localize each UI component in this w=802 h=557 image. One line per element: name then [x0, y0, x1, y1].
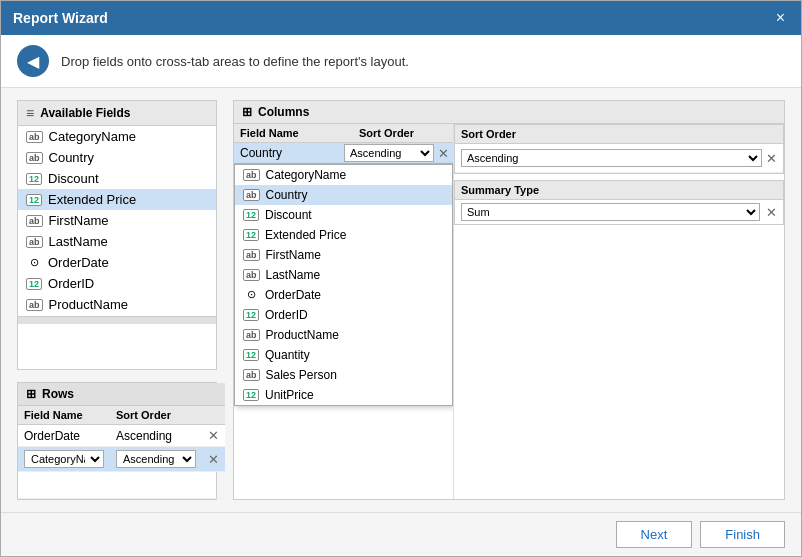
rows-col-field: Field Name — [18, 406, 110, 425]
footer: Next Finish — [1, 512, 801, 556]
dropdown-item[interactable]: ab Country — [235, 185, 452, 205]
type-icon-ab: ab — [243, 189, 260, 201]
type-icon-ab: ab — [26, 152, 43, 164]
summary-type-row: Sum Count Average Min Max ✕ — [455, 200, 783, 224]
field-name: Discount — [48, 171, 99, 186]
type-icon-ab: ab — [243, 169, 260, 181]
type-icon-ab: ab — [26, 215, 43, 227]
dropdown-item[interactable]: ab LastName — [235, 265, 452, 285]
close-button[interactable]: × — [772, 9, 789, 27]
field-name: LastName — [49, 234, 108, 249]
back-button[interactable]: ◀ — [17, 45, 49, 77]
type-icon-clock: ⊙ — [26, 256, 42, 270]
available-fields-label: Available Fields — [40, 106, 130, 120]
list-item[interactable]: 12 Extended Price — [18, 189, 216, 210]
rows-label: Rows — [42, 387, 74, 401]
sort-remove-button[interactable]: ✕ — [766, 151, 777, 166]
rows-field-name: OrderDate — [18, 425, 110, 447]
rows-col-sort: Sort Order — [110, 406, 202, 425]
list-item[interactable]: ⊙ OrderDate — [18, 252, 216, 273]
dropdown-field-name: OrderDate — [265, 288, 321, 302]
field-name: FirstName — [49, 213, 109, 228]
col-header-sort: Sort Order — [353, 124, 453, 142]
list-item[interactable]: ab ProductName — [18, 294, 216, 315]
scrollbar[interactable] — [18, 316, 216, 324]
dropdown-field-name: LastName — [266, 268, 321, 282]
type-icon-12: 12 — [243, 309, 259, 321]
columns-table-header: Field Name Sort Order — [234, 124, 453, 143]
next-button[interactable]: Next — [616, 521, 693, 548]
rows-field-select[interactable]: CategoryName — [24, 450, 104, 468]
dropdown-field-name: FirstName — [266, 248, 321, 262]
type-icon-12: 12 — [243, 389, 259, 401]
list-item[interactable]: 12 OrderID — [18, 273, 216, 294]
summary-type-header: Summary Type — [455, 181, 783, 200]
dropdown-item[interactable]: ab ProductName — [235, 325, 452, 345]
sort-order-block-header: Sort Order — [455, 125, 783, 144]
dropdown-field-name: Country — [266, 188, 308, 202]
columns-icon: ⊞ — [242, 105, 252, 119]
type-icon-ab: ab — [26, 299, 43, 311]
rows-col-action — [202, 406, 225, 425]
field-name: Extended Price — [48, 192, 136, 207]
dropdown-item[interactable]: ab FirstName — [235, 245, 452, 265]
columns-field-area: Field Name Sort Order Country Ascending … — [234, 124, 454, 499]
list-item[interactable]: 12 Discount — [18, 168, 216, 189]
type-icon-ab: ab — [26, 236, 43, 248]
columns-remove-button[interactable]: ✕ — [434, 144, 453, 163]
type-icon-ab: ab — [26, 131, 43, 143]
rows-remove-button[interactable]: ✕ — [208, 428, 219, 443]
dropdown-field-name: Quantity — [265, 348, 310, 362]
columns-header: ⊞ Columns — [234, 101, 784, 124]
list-item[interactable]: ab LastName — [18, 231, 216, 252]
dropdown-field-name: OrderID — [265, 308, 308, 322]
dropdown-field-name: CategoryName — [266, 168, 347, 182]
columns-section: ⊞ Columns Field Name Sort Order Country — [233, 100, 785, 500]
list-item[interactable]: ab Country — [18, 147, 216, 168]
sort-ascending-select[interactable]: Ascending Descending — [461, 149, 762, 167]
dropdown-field-name: Discount — [265, 208, 312, 222]
back-icon: ◀ — [27, 52, 39, 71]
sort-order-block: Sort Order Ascending Descending ✕ — [454, 124, 784, 174]
type-icon-12: 12 — [26, 278, 42, 290]
columns-label: Columns — [258, 105, 309, 119]
list-item[interactable]: ab CategoryName — [18, 126, 216, 147]
sort-order-col-header: Sort Order — [455, 125, 783, 143]
list-item[interactable]: ab FirstName — [18, 210, 216, 231]
finish-button[interactable]: Finish — [700, 521, 785, 548]
type-icon-clock: ⊙ — [243, 288, 259, 302]
type-icon-12: 12 — [243, 209, 259, 221]
rows-panel: ⊞ Rows Field Name Sort Order — [17, 382, 217, 500]
dropdown-item[interactable]: ab CategoryName — [235, 165, 452, 185]
summary-remove-button[interactable]: ✕ — [766, 205, 777, 220]
columns-right-area: Sort Order Ascending Descending ✕ — [454, 124, 784, 499]
rows-sort-value: Ascending — [110, 425, 202, 447]
table-row: CategoryName Ascending ✕ — [18, 447, 225, 472]
dropdown-item[interactable]: 12 Discount — [235, 205, 452, 225]
rows-remove-button[interactable]: ✕ — [208, 452, 219, 467]
dropdown-item[interactable]: 12 Extended Price — [235, 225, 452, 245]
rows-header: ⊞ Rows — [26, 387, 217, 401]
col-header-field: Field Name — [234, 124, 353, 142]
dropdown-item[interactable]: 12 UnitPrice — [235, 385, 452, 405]
dropdown-item[interactable]: 12 OrderID — [235, 305, 452, 325]
dropdown-field-name: UnitPrice — [265, 388, 314, 402]
field-dropdown-popup[interactable]: ab CategoryName ab Country 12 Discount — [234, 164, 453, 406]
dropdown-field-name: ProductName — [266, 328, 339, 342]
summary-type-select[interactable]: Sum Count Average Min Max — [461, 203, 760, 221]
available-fields-icon: ≡ — [26, 105, 34, 121]
field-name: Country — [49, 150, 95, 165]
header-bar: ◀ Drop fields onto cross-tab areas to de… — [1, 35, 801, 88]
type-icon-12: 12 — [26, 194, 42, 206]
rows-table: ⊞ Rows Field Name Sort Order — [18, 383, 225, 499]
type-icon-ab: ab — [243, 269, 260, 281]
columns-sort-dropdown[interactable]: Ascending Descending — [344, 144, 434, 162]
rows-sort-select[interactable]: Ascending — [116, 450, 196, 468]
dropdown-item[interactable]: ⊙ OrderDate — [235, 285, 452, 305]
available-fields-list[interactable]: ab CategoryName ab Country 12 Discount 1… — [18, 126, 216, 316]
dropdown-field-name: Extended Price — [265, 228, 346, 242]
type-icon-12: 12 — [243, 349, 259, 361]
dropdown-item[interactable]: 12 Quantity — [235, 345, 452, 365]
dropdown-item[interactable]: ab Sales Person — [235, 365, 452, 385]
summary-type-block: Summary Type Sum Count Average Min Max — [454, 180, 784, 225]
